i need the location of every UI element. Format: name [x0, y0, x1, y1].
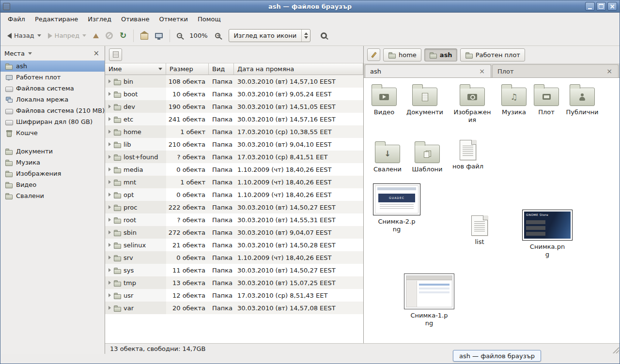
- table-row[interactable]: sys 11 обекта Папка 30.03.2010 (вт) 14,5…: [105, 264, 363, 276]
- expander-icon[interactable]: [108, 155, 111, 159]
- expander-icon[interactable]: [108, 105, 111, 108]
- table-row[interactable]: proc 222 обекта Папка 30.03.2010 (вт) 14…: [105, 201, 363, 213]
- folder-item-video[interactable]: Видео: [365, 84, 403, 116]
- table-row[interactable]: root ? обекта Папка 30.03.2010 (вт) 14,5…: [105, 213, 363, 226]
- tab-close-icon[interactable]: [478, 67, 486, 75]
- file-item-new-file[interactable]: нов файл: [449, 140, 487, 170]
- expander-icon[interactable]: [108, 293, 111, 297]
- expander-icon[interactable]: [108, 117, 111, 121]
- sidebar-item[interactable]: Локална мрежа: [0, 94, 105, 105]
- icon-grid[interactable]: Видео Документи Изображения Музика: [364, 78, 620, 343]
- table-row[interactable]: dev 190 обекта Папка 30.03.2010 (вт) 14,…: [105, 100, 363, 113]
- expander-icon[interactable]: [108, 142, 111, 146]
- table-row[interactable]: mnt 1 обект Папка 1.10.2009 (чт) 18,40,2…: [105, 176, 363, 188]
- menu-item[interactable]: Изглед: [83, 14, 116, 25]
- table-row[interactable]: lost+found ? обекта Папка 17.03.2010 (ср…: [105, 151, 363, 163]
- table-row[interactable]: usr 12 обекта Папка 17.03.2010 (ср) 8,51…: [105, 289, 363, 302]
- sidebar-item[interactable]: Шифриран дял (80 GB): [0, 116, 105, 127]
- home-button[interactable]: [137, 29, 152, 43]
- menu-item[interactable]: Помощ: [193, 14, 226, 25]
- table-row[interactable]: var 20 обекта Папка 30.03.2010 (вт) 14,5…: [105, 302, 363, 314]
- sidebar-item[interactable]: Музика: [0, 157, 105, 168]
- table-row[interactable]: media 0 обекта Папка 1.10.2009 (чт) 18,4…: [105, 163, 363, 176]
- zoom-in-button[interactable]: [212, 30, 224, 41]
- path-button[interactable]: ash: [424, 48, 457, 61]
- table-row[interactable]: lib 210 обекта Папка 30.03.2010 (вт) 9,0…: [105, 138, 363, 151]
- column-header-type[interactable]: Вид: [209, 63, 234, 75]
- file-item-snimka-1[interactable]: Снимка-1.png: [403, 273, 456, 327]
- sidebar-item[interactable]: Изображения: [0, 168, 105, 179]
- file-item-list[interactable]: list: [453, 215, 506, 246]
- resize-grip[interactable]: [612, 346, 619, 353]
- expander-icon[interactable]: [108, 218, 111, 222]
- table-row[interactable]: selinux 21 обекта Папка 30.03.2010 (вт) …: [105, 239, 363, 251]
- up-button[interactable]: [90, 30, 102, 41]
- stop-button[interactable]: [102, 29, 116, 42]
- folder-item-pictures[interactable]: Изображения: [453, 84, 492, 123]
- sidebar-item[interactable]: ash: [0, 61, 105, 72]
- column-header-name[interactable]: Име: [105, 63, 166, 75]
- sidebar-selector-chevron-icon[interactable]: [28, 52, 32, 55]
- path-button[interactable]: Работен плот: [460, 48, 525, 61]
- menu-item[interactable]: Отметки: [154, 14, 192, 25]
- table-row[interactable]: home 1 обект Папка 17.03.2010 (ср) 10,38…: [105, 125, 363, 138]
- sidebar-item[interactable]: Кошче: [0, 127, 105, 138]
- menu-item[interactable]: Отиване: [116, 14, 154, 25]
- tab-plot[interactable]: Плот: [492, 64, 619, 77]
- column-header-date[interactable]: Дата на промяна: [234, 63, 363, 75]
- sidebar-item[interactable]: Документи: [0, 146, 105, 157]
- expander-icon[interactable]: [108, 256, 111, 259]
- expander-icon[interactable]: [108, 205, 111, 209]
- expander-icon[interactable]: [108, 180, 111, 184]
- view-mode-stepper[interactable]: [301, 30, 310, 42]
- tab-ash[interactable]: ash: [365, 64, 491, 77]
- expander-icon[interactable]: [108, 281, 111, 285]
- expander-icon[interactable]: [108, 92, 111, 96]
- computer-button[interactable]: [152, 30, 166, 41]
- expander-icon[interactable]: [108, 167, 111, 171]
- sidebar-item[interactable]: Видео: [0, 179, 105, 190]
- folder-item-documents[interactable]: Документи: [405, 84, 444, 116]
- search-button[interactable]: [316, 29, 331, 42]
- table-row[interactable]: opt 0 обекта Папка 1.10.2009 (чт) 18,40,…: [105, 188, 363, 201]
- sidebar-item[interactable]: Файлова система: [0, 83, 105, 94]
- forward-button[interactable]: Напред: [45, 29, 90, 42]
- expander-icon[interactable]: [108, 79, 111, 83]
- expander-icon[interactable]: [108, 268, 111, 272]
- folder-item-templates[interactable]: Шаблони: [408, 141, 447, 173]
- back-button[interactable]: Назад: [4, 29, 45, 42]
- folder-item-downloads[interactable]: Свалени: [368, 141, 407, 173]
- file-item-snimka[interactable]: GNOME Store Снимка.png: [521, 210, 574, 258]
- sidebar-close-button[interactable]: [92, 49, 101, 58]
- file-item-snimka-2[interactable]: GUADEC Снимка-2.png: [370, 183, 423, 233]
- table-row[interactable]: sbin 272 обекта Папка 30.03.2010 (вт) 9,…: [105, 226, 363, 239]
- back-history-chevron-icon[interactable]: [37, 34, 41, 37]
- tab-close-icon[interactable]: [605, 67, 613, 75]
- sidebar-item[interactable]: Работен плот: [0, 72, 105, 83]
- edit-location-button[interactable]: [367, 48, 380, 61]
- expander-icon[interactable]: [108, 230, 111, 234]
- path-button[interactable]: home: [383, 48, 421, 61]
- folder-item-desktop[interactable]: Плот: [527, 84, 566, 116]
- table-row[interactable]: etc 241 обекта Папка 30.03.2010 (вт) 14,…: [105, 113, 363, 125]
- view-mode-select[interactable]: Изглед като икони: [229, 29, 311, 42]
- folder-item-public[interactable]: Публични: [563, 84, 602, 116]
- sidebar-item[interactable]: Свалени: [0, 190, 105, 201]
- reload-button[interactable]: [116, 29, 130, 43]
- menu-item[interactable]: Редактиране: [30, 14, 83, 25]
- minimize-button[interactable]: [585, 2, 595, 11]
- title-bar[interactable]: ash — файлов браузър: [0, 0, 620, 13]
- zoom-out-button[interactable]: [173, 30, 186, 41]
- table-row[interactable]: bin 108 обекта Папка 30.03.2010 (вт) 14,…: [105, 75, 363, 88]
- menu-item[interactable]: Файл: [3, 14, 30, 25]
- expander-icon[interactable]: [108, 243, 111, 247]
- table-row[interactable]: boot 10 обекта Папка 30.03.2010 (вт) 9,0…: [105, 88, 363, 100]
- sidebar-title[interactable]: Места: [4, 50, 25, 57]
- table-row[interactable]: tmp 13 обекта Папка 30.03.2010 (вт) 15,0…: [105, 276, 363, 289]
- notes-toggle-button[interactable]: [109, 48, 122, 61]
- expander-icon[interactable]: [108, 193, 111, 197]
- sidebar-item[interactable]: Файлова система (210 MB): [0, 105, 105, 116]
- expander-icon[interactable]: [108, 306, 111, 310]
- table-row[interactable]: srv 0 обекта Папка 1.10.2009 (чт) 18,40,…: [105, 251, 363, 264]
- expander-icon[interactable]: [108, 130, 111, 134]
